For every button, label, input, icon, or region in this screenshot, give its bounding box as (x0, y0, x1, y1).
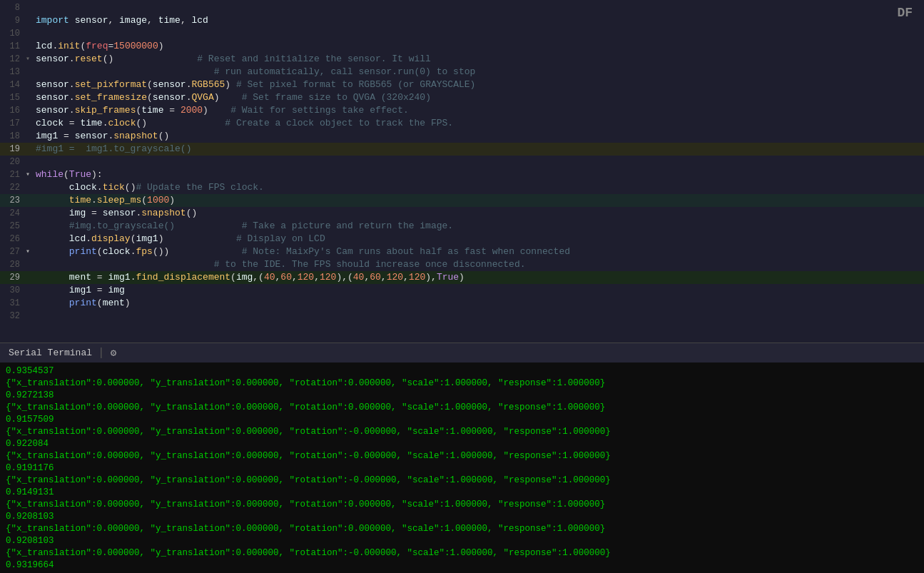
code-line-29: 29 ment = img1.find_displacement(img,(40… (0, 271, 924, 284)
code-line-31: 31 print(ment) (0, 297, 924, 310)
terminal-line: {"x_translation":0.000000, "y_translatio… (6, 547, 918, 559)
code-line-21: 21 ▾ while(True): (0, 168, 924, 181)
terminal-line: {"x_translation":0.000000, "y_translatio… (6, 377, 918, 390)
code-line-27: 27 ▾ print(clock.fps()) # Note: MaixPy's… (0, 245, 924, 258)
code-line-32: 32 (0, 310, 924, 323)
code-line-30: 30 img1 = img (0, 284, 924, 297)
code-line-20: 20 (0, 156, 924, 168)
code-line-10: 10 (0, 27, 924, 40)
code-line-top: 8 (0, 1, 924, 14)
code-line-25: 25 #img.to_grayscale() # Take a picture … (0, 220, 924, 233)
terminal-line: {"x_translation":0.000000, "y_translatio… (6, 402, 918, 414)
terminal-line: 0.9208103 (6, 535, 918, 547)
terminal-line: {"x_translation":0.000000, "y_translatio… (6, 499, 918, 511)
code-line-15: 15 sensor.set_framesize(sensor.QVGA) # S… (0, 91, 924, 104)
terminal-line: {"x_translation":0.000000, "y_translatio… (6, 475, 918, 487)
code-line-17: 17 clock = time.clock() # Create a clock… (0, 117, 924, 130)
terminal-header: Serial Terminal | ⚙ (0, 343, 924, 362)
code-line-13: 13 # run automatically, call sensor.run(… (0, 66, 924, 78)
code-line-14: 14 sensor.set_pixformat(sensor.RGB565) #… (0, 78, 924, 91)
terminal-line: 0.922084 (6, 438, 918, 450)
code-line-24: 24 img = sensor.snapshot() (0, 207, 924, 220)
df-badge: DF (897, 6, 913, 20)
code-line-19: 19 #img1 = img1.to_grayscale() (0, 143, 924, 156)
code-editor: 8 9 import sensor, image, time, lcd 10 1… (0, 0, 924, 343)
code-content: 8 9 import sensor, image, time, lcd 10 1… (0, 0, 924, 343)
code-line-12: 12 ▾ sensor.reset() # Reset and initiali… (0, 53, 924, 66)
terminal-line: {"x_translation":0.000000, "y_translatio… (6, 450, 918, 462)
code-line-18: 18 img1 = sensor.snapshot() (0, 130, 924, 143)
terminal-line: 0.9208103 (6, 511, 918, 523)
code-line-16: 16 sensor.skip_frames(time = 2000) # Wai… (0, 104, 924, 117)
terminal-line: 0.9191176 (6, 462, 918, 475)
terminal-line: 0.9272138 (6, 390, 918, 402)
code-line-9: 9 import sensor, image, time, lcd (0, 14, 924, 27)
terminal-settings-icon[interactable]: ⚙ (111, 347, 116, 359)
code-line-23: 23 time.sleep_ms(1000) (0, 194, 924, 207)
code-line-22: 22 clock.tick()# Update the FPS clock. (0, 181, 924, 194)
terminal-line: 0.9149131 (6, 487, 918, 499)
terminal-line: 0.9157509 (6, 414, 918, 426)
terminal-line: 0.9354537 (6, 365, 918, 377)
terminal-line: {"x_translation":0.000000, "y_translatio… (6, 523, 918, 535)
code-line-28: 28 # to the IDE. The FPS should increase… (0, 258, 924, 271)
code-line-26: 26 lcd.display(img1) # Display on LCD (0, 233, 924, 245)
code-line-11: 11 lcd.init(freq=15000000) (0, 40, 924, 53)
terminal-tab-label[interactable]: Serial Terminal (9, 348, 92, 358)
serial-terminal: Serial Terminal | ⚙ 0.9354537 {"x_transl… (0, 343, 924, 573)
terminal-line: {"x_translation":0.000000, "y_translatio… (6, 426, 918, 438)
terminal-line: 0.9319664 (6, 559, 918, 572)
terminal-body[interactable]: 0.9354537 {"x_translation":0.000000, "y_… (0, 362, 924, 573)
